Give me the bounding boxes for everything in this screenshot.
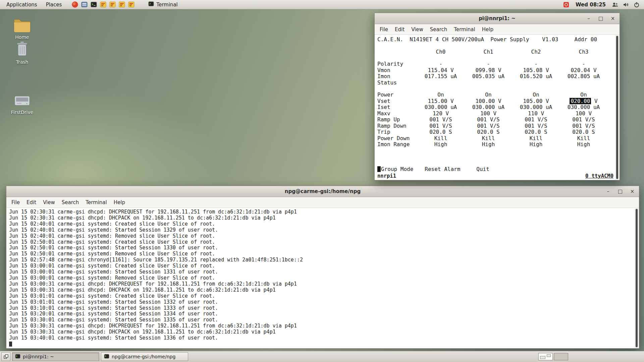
selected-edit-field[interactable]: 020.00 [570,98,591,104]
menu-item[interactable]: Edit [391,25,408,34]
window-title: pi@nnrpi1: ~ [375,15,620,21]
taskbar-button-pi[interactable]: pi@nnrpi1: ~ [12,352,99,361]
taskbar: pi@nnrpi1: ~ npg@carme-gsi:/home/npg [0,351,644,362]
log-line: Jun 15 03:10:01 carme-gsi systemd: Start… [9,305,636,311]
menu-item[interactable]: Help [110,198,128,207]
menu-item[interactable]: View [40,198,58,207]
taskbar-button-npg[interactable]: npg@carme-gsi:/home/npg [101,352,188,361]
log-line: Jun 15 03:01:01 carme-gsi systemd: Creat… [9,293,636,299]
volume-icon[interactable] [623,1,629,8]
menu-item[interactable]: File [376,25,391,34]
log-line: Jun 15 02:50:01 carme-gsi systemd: Start… [9,245,636,251]
terminal-icon [104,354,109,360]
desktop-icon-trash[interactable]: Trash [6,41,38,65]
close-button[interactable]: × [629,188,636,195]
title-bar[interactable]: npg@carme-gsi:/home/npg – □ × [6,186,639,197]
menu-item[interactable]: Search [58,198,83,207]
midas-launcher-icon-3[interactable] [118,1,125,8]
minimize-button[interactable]: – [605,188,611,195]
clock[interactable]: Wed 08:25 [576,2,606,8]
ps-row-imon-range: Imon Range High High High High [377,141,617,148]
terminal-launcher-icon[interactable] [90,1,97,8]
scrollbar[interactable] [615,35,619,180]
channel-header: Ch0 [417,49,465,55]
log-line: Jun 15 03:00:01 carme-gsi systemd: Creat… [9,263,636,269]
places-menu[interactable]: Places [42,1,66,9]
log-line: Jun 15 03:00:31 carme-gsi dhcpd: DHCPREQ… [9,281,636,287]
terminal-screen[interactable]: Jun 15 02:30:31 carme-gsi dhcpd: DHCPREQ… [6,208,639,348]
window-controls: – □ × [585,13,616,24]
terminal-screen[interactable]: C.A.E.N. N1419ET 4 CH 500V/200uA Power S… [375,35,620,180]
top-panel: Applications Places [0,0,644,9]
tray-red-badge-icon[interactable] [563,1,570,8]
log-line: Jun 15 02:40:01 carme-gsi systemd: Creat… [9,221,636,227]
maximize-button[interactable]: □ [597,15,604,22]
ps-row-ramp-up: Ramp Up 001 V/S 001 V/S 001 V/S 001 V/S [377,117,617,123]
ps-row-imon: Imon 017.155 uA 005.035 uA 016.520 uA 00… [377,73,617,80]
terminal-cursor [377,166,381,172]
log-line: Jun 15 03:00:01 carme-gsi systemd: Start… [9,269,636,275]
menu-item[interactable]: Help [479,25,497,34]
midas-launcher-icon-1[interactable] [100,1,107,8]
workspace-switcher [538,353,568,360]
terminal-icon [148,1,154,8]
scrollbar[interactable] [635,208,639,348]
log-line: Jun 15 03:00:31 carme-gsi dhcpd: DHCPACK… [9,287,636,293]
web-browser-icon[interactable] [71,1,78,8]
menu-item[interactable]: Search [427,25,451,34]
window-title: npg@carme-gsi:/home/npg [6,188,639,194]
ps-header-line: C.A.E.N. N1419ET 4 CH 500V/200uA Power S… [377,37,617,43]
close-button[interactable]: × [609,15,616,22]
file-manager-icon[interactable] [81,1,88,8]
drive-icon [14,95,30,108]
title-bar[interactable]: pi@nnrpi1: ~ – □ × [375,13,620,24]
tty-label: 0 ttyACM0 [585,173,613,179]
trash-icon [15,41,29,58]
menu-item[interactable]: View [408,25,427,34]
users-icon[interactable] [612,1,619,8]
scrollbar-thumb[interactable] [636,209,638,347]
hostname-label: nnrpi1 [377,173,396,179]
terminal-menubar: FileEditViewSearchTerminalHelp [375,24,620,35]
panel-window-button[interactable]: Terminal [145,0,181,9]
desktop-icon-home[interactable]: Home [6,17,38,40]
ps-row-vmon: Vmon 115.04 V 099.98 V 105.08 V 020.04 V [377,67,617,74]
desktop: Applications Places [0,0,644,362]
log-line: Jun 15 03:00:01 carme-gsi systemd: Remov… [9,275,636,281]
terminal-icon [15,354,20,360]
applications-menu[interactable]: Applications [3,1,41,9]
ps-channel-headers: Ch0 Ch1 Ch2 Ch3 [377,49,617,55]
desktop-icon-label: FirstDrive [11,110,34,115]
channel-header: Ch1 [465,49,512,55]
window-controls: – □ × [605,186,636,197]
prompt-line [9,341,636,347]
log-line: Jun 15 03:01:01 carme-gsi systemd: Start… [9,299,636,305]
workspace-2[interactable] [554,353,568,360]
log-line: Jun 15 02:30:31 carme-gsi dhcpd: DHCPREQ… [9,209,636,215]
log-line: Jun 15 03:30:01 carme-gsi systemd: Start… [9,317,636,323]
menu-item[interactable]: Terminal [82,198,110,207]
folder-icon [13,17,31,33]
midas-launcher-icon-2[interactable] [109,1,116,8]
taskbar-button-label: pi@nnrpi1: ~ [23,354,54,359]
log-line: Jun 15 03:40:01 carme-gsi systemd: Start… [9,335,636,341]
ps-row-vset: Vset 115.00 V 100.00 V 105.00 V 020.00 V [377,98,617,105]
maximize-button[interactable]: □ [617,188,624,195]
log-line: Jun 15 02:50:01 carme-gsi systemd: Creat… [9,239,636,245]
desktop-icon-firstdrive[interactable]: FirstDrive [6,95,38,115]
power-icon[interactable] [633,1,640,8]
panel-window-label: Terminal [156,2,177,8]
workspace-1[interactable] [538,353,553,360]
menu-item[interactable]: File [8,198,23,207]
menu-item[interactable]: Terminal [450,25,478,34]
minimize-button[interactable]: – [585,15,592,22]
vset-ch3-unit: V [591,98,597,104]
show-desktop-button[interactable] [1,352,10,361]
scrollbar-thumb[interactable] [616,36,618,179]
midas-launcher-icon-4[interactable] [128,1,135,8]
menu-item[interactable]: Edit [23,198,40,207]
log-line: Jun 15 02:50:01 carme-gsi systemd: Remov… [9,251,636,257]
mini-window [547,354,551,357]
ps-row-iset: Iset 030.000 uA 030.000 uA 030.000 uA 03… [377,104,617,111]
vset-ch3-cell: 020.00 V [560,98,607,105]
